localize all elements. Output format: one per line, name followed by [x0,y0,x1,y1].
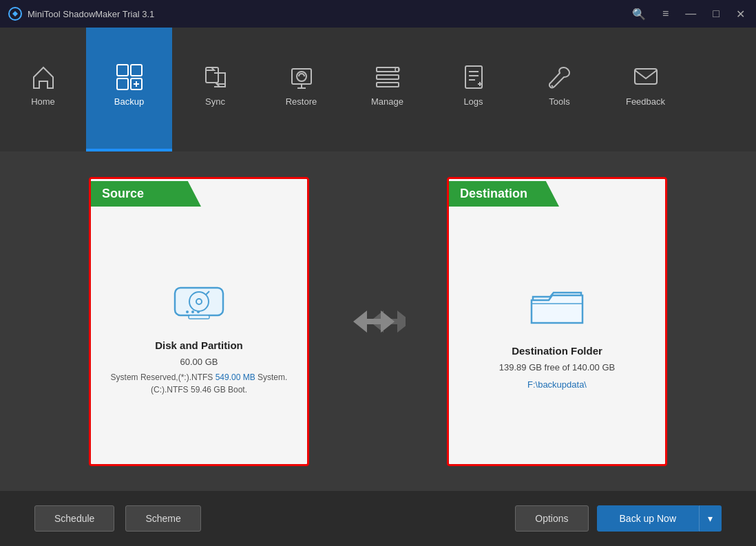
nav-item-tools[interactable]: Tools [516,28,602,151]
options-button[interactable]: Options [515,505,588,532]
svg-point-17 [186,311,189,313]
nav-item-home[interactable]: Home [0,28,86,151]
disk-icon [168,277,230,326]
svg-rect-3 [117,78,128,90]
svg-point-19 [197,311,200,313]
arrow-divider [350,308,406,335]
scheme-button[interactable]: Scheme [125,505,200,532]
maximize-btn[interactable]: □ [710,6,722,21]
sync-icon [200,62,231,92]
destination-title: Destination Folder [512,345,602,357]
minimize-btn[interactable]: — [682,6,699,21]
restore-icon [286,62,317,92]
nav-item-backup[interactable]: Backup [86,28,172,151]
bottom-left-buttons: Schedule Scheme [34,505,201,532]
nav-item-restore[interactable]: Restore [258,28,344,151]
nav-label-logs: Logs [463,96,483,107]
home-icon [28,62,59,92]
nav-bar: Home Backup Sync [0,28,756,151]
destination-header-label: Destination [449,181,559,207]
source-card[interactable]: Source Di [89,177,309,466]
svg-point-18 [191,311,194,313]
nav-label-sync: Sync [205,96,225,107]
nav-label-restore: Restore [286,96,317,107]
nav-item-feedback[interactable]: Feedback [602,28,689,151]
source-size: 60.00 GB [180,357,218,367]
manage-icon [372,62,403,92]
feedback-icon [631,62,661,92]
app-logo [8,7,22,21]
bottom-right-buttons: Options Back up Now ▾ [515,505,722,532]
destination-card-body: Destination Folder 139.89 GB free of 140… [485,209,629,464]
destination-free: 139.89 GB free of 140.00 GB [499,362,615,372]
title-bar: MiniTool ShadowMaker Trial 3.1 🔍 ≡ — □ ✕ [0,0,756,28]
source-card-header: Source [91,179,307,209]
source-header-label: Source [91,181,201,207]
source-detail: System Reserved,(*:).NTFS 549.00 MB Syst… [105,371,293,396]
nav-label-feedback: Feedback [626,96,665,107]
nav-item-manage[interactable]: Manage [344,28,430,151]
svg-rect-2 [131,65,142,76]
search-btn[interactable]: 🔍 [629,6,649,22]
logs-icon [459,62,489,92]
backup-now-dropdown[interactable]: ▾ [699,505,722,532]
nav-label-manage: Manage [371,96,403,107]
window-controls: 🔍 ≡ — □ ✕ [629,6,748,22]
app-title: MiniTool ShadowMaker Trial 3.1 [28,9,629,19]
nav-item-sync[interactable]: Sync [172,28,258,151]
menu-btn[interactable]: ≡ [660,6,671,21]
destination-card[interactable]: Destination Destination Folder 139.89 GB… [447,177,667,466]
nav-label-home: Home [31,96,55,107]
source-card-body: Disk and Partition 60.00 GB System Reser… [91,209,307,464]
main-content: Source Di [0,151,756,491]
svg-rect-1 [117,65,128,76]
bottom-bar: Schedule Scheme Options Back up Now ▾ [0,491,756,546]
destination-path: F:\backupdata\ [527,379,587,390]
tools-icon [545,62,575,92]
nav-label-tools: Tools [549,96,569,107]
schedule-button[interactable]: Schedule [34,505,114,532]
nav-label-backup: Backup [114,96,144,107]
svg-rect-9 [377,75,399,79]
backup-now-button[interactable]: Back up Now [597,505,699,532]
svg-rect-20 [189,315,209,319]
svg-rect-13 [635,69,657,84]
backup-icon [114,62,145,92]
svg-rect-10 [377,83,399,87]
source-title: Disk and Partition [155,339,243,351]
destination-card-header: Destination [449,179,665,209]
close-btn[interactable]: ✕ [733,6,748,22]
nav-item-logs[interactable]: Logs [430,28,516,151]
folder-icon [526,283,588,331]
